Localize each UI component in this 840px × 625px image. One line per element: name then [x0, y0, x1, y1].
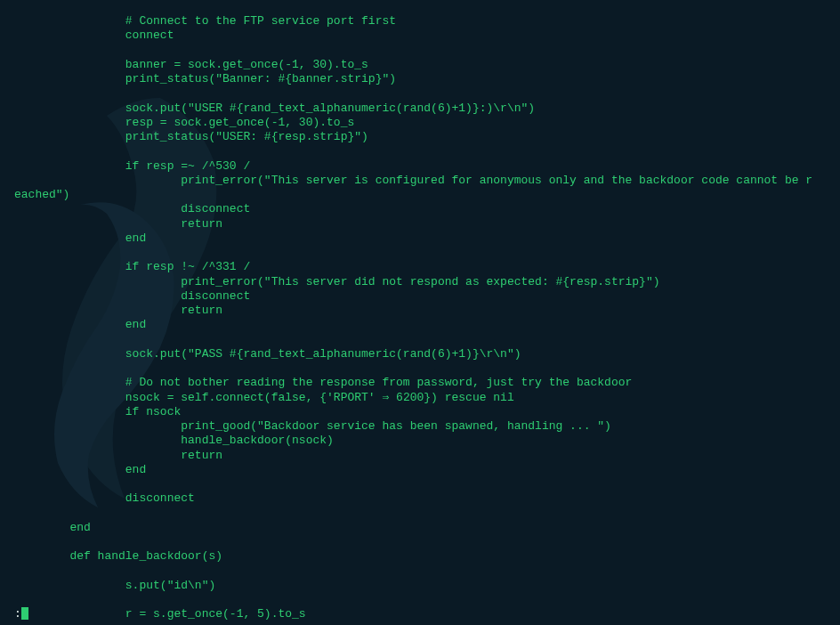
code-line: # Do not bother reading the response fro… [14, 376, 632, 389]
cursor-icon [21, 607, 28, 620]
code-line: # Connect to the FTP service port first [14, 14, 396, 28]
code-line: print_status("USER: #{resp.strip}") [14, 130, 368, 143]
code-line: handle_backdoor(nsock) [14, 434, 334, 447]
code-line: end [14, 318, 146, 331]
code-line: if resp !~ /^331 / [14, 260, 250, 273]
code-line: disconnect [14, 202, 250, 215]
code-line: sock.put("USER #{rand_text_alphanumeric(… [14, 101, 535, 115]
code-line: print_error("This server is configured f… [14, 174, 812, 187]
code-line: nsock = self.connect(false, {'RPORT' ⇒ 6… [14, 391, 514, 404]
pager-prompt: : [14, 607, 21, 621]
code-line: connect [14, 28, 174, 42]
code-line: return [14, 304, 222, 317]
code-line: end [14, 231, 146, 245]
code-line: return [14, 449, 222, 462]
code-line: sock.put("PASS #{rand_text_alphanumeric(… [14, 347, 521, 361]
code-line: resp = sock.get_once(-1, 30).to_s [14, 116, 354, 129]
code-viewer: # Connect to the FTP service port first … [14, 14, 826, 622]
code-line: end [14, 463, 146, 476]
code-line: print_status("Banner: #{banner.strip}") [14, 72, 396, 85]
code-line: r = s.get_once(-1, 5).to_s [14, 607, 306, 621]
code-line: s.put("id\n") [14, 579, 215, 592]
code-line: banner = sock.get_once(-1, 30).to_s [14, 58, 368, 71]
code-line: return [14, 217, 222, 231]
code-line: disconnect [14, 491, 195, 505]
code-line: if resp =~ /^530 / [14, 159, 250, 173]
code-line: end [14, 521, 91, 534]
code-line: if nsock [14, 405, 181, 418]
code-line: disconnect [14, 289, 250, 303]
code-line: eached") [14, 188, 69, 201]
pager-status-line[interactable]: : [14, 607, 28, 621]
code-line: def handle_backdoor(s) [14, 549, 222, 563]
code-line: print_error("This server did not respond… [14, 275, 660, 288]
code-line: print_good("Backdoor service has been sp… [14, 419, 611, 433]
